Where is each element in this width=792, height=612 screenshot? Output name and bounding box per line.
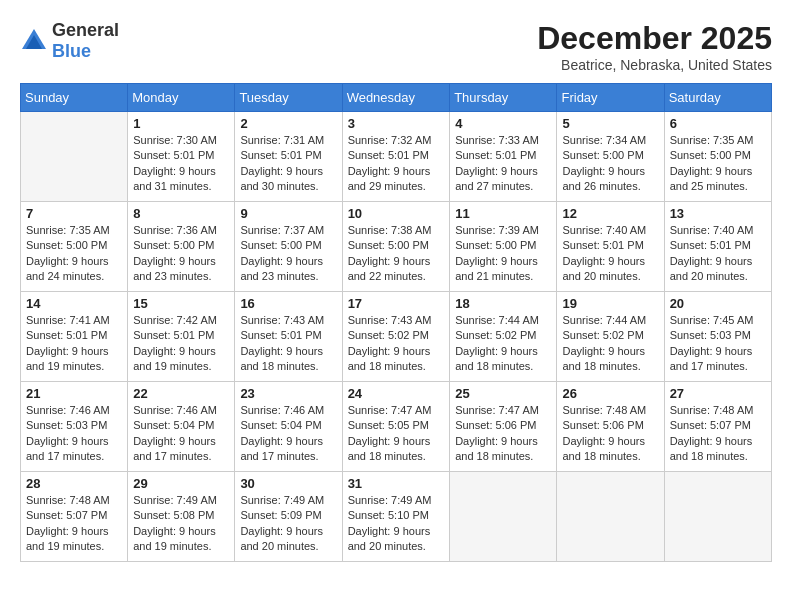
day-number: 6	[670, 116, 766, 131]
calendar-cell: 31Sunrise: 7:49 AMSunset: 5:10 PMDayligh…	[342, 472, 450, 562]
calendar-header-row: SundayMondayTuesdayWednesdayThursdayFrid…	[21, 84, 772, 112]
calendar-cell: 10Sunrise: 7:38 AMSunset: 5:00 PMDayligh…	[342, 202, 450, 292]
logo: General Blue	[20, 20, 119, 62]
day-number: 29	[133, 476, 229, 491]
calendar-cell: 26Sunrise: 7:48 AMSunset: 5:06 PMDayligh…	[557, 382, 664, 472]
day-info: Sunrise: 7:46 AMSunset: 5:04 PMDaylight:…	[240, 403, 336, 465]
page-header: General Blue December 2025 Beatrice, Neb…	[20, 20, 772, 73]
day-info: Sunrise: 7:44 AMSunset: 5:02 PMDaylight:…	[455, 313, 551, 375]
day-info: Sunrise: 7:38 AMSunset: 5:00 PMDaylight:…	[348, 223, 445, 285]
day-info: Sunrise: 7:44 AMSunset: 5:02 PMDaylight:…	[562, 313, 658, 375]
calendar-cell: 25Sunrise: 7:47 AMSunset: 5:06 PMDayligh…	[450, 382, 557, 472]
day-info: Sunrise: 7:46 AMSunset: 5:03 PMDaylight:…	[26, 403, 122, 465]
day-info: Sunrise: 7:32 AMSunset: 5:01 PMDaylight:…	[348, 133, 445, 195]
calendar-cell: 29Sunrise: 7:49 AMSunset: 5:08 PMDayligh…	[128, 472, 235, 562]
calendar-cell: 4Sunrise: 7:33 AMSunset: 5:01 PMDaylight…	[450, 112, 557, 202]
calendar-cell: 28Sunrise: 7:48 AMSunset: 5:07 PMDayligh…	[21, 472, 128, 562]
week-row-4: 21Sunrise: 7:46 AMSunset: 5:03 PMDayligh…	[21, 382, 772, 472]
week-row-2: 7Sunrise: 7:35 AMSunset: 5:00 PMDaylight…	[21, 202, 772, 292]
day-number: 30	[240, 476, 336, 491]
day-number: 28	[26, 476, 122, 491]
day-number: 8	[133, 206, 229, 221]
day-info: Sunrise: 7:46 AMSunset: 5:04 PMDaylight:…	[133, 403, 229, 465]
day-info: Sunrise: 7:45 AMSunset: 5:03 PMDaylight:…	[670, 313, 766, 375]
day-info: Sunrise: 7:34 AMSunset: 5:00 PMDaylight:…	[562, 133, 658, 195]
logo-text-general: General	[52, 20, 119, 40]
day-info: Sunrise: 7:49 AMSunset: 5:08 PMDaylight:…	[133, 493, 229, 555]
day-info: Sunrise: 7:48 AMSunset: 5:07 PMDaylight:…	[670, 403, 766, 465]
day-info: Sunrise: 7:33 AMSunset: 5:01 PMDaylight:…	[455, 133, 551, 195]
day-number: 17	[348, 296, 445, 311]
calendar-cell	[664, 472, 771, 562]
day-number: 27	[670, 386, 766, 401]
calendar-cell: 1Sunrise: 7:30 AMSunset: 5:01 PMDaylight…	[128, 112, 235, 202]
day-number: 15	[133, 296, 229, 311]
calendar-header-saturday: Saturday	[664, 84, 771, 112]
location: Beatrice, Nebraska, United States	[537, 57, 772, 73]
day-info: Sunrise: 7:47 AMSunset: 5:06 PMDaylight:…	[455, 403, 551, 465]
day-number: 21	[26, 386, 122, 401]
calendar-cell: 6Sunrise: 7:35 AMSunset: 5:00 PMDaylight…	[664, 112, 771, 202]
calendar-cell: 18Sunrise: 7:44 AMSunset: 5:02 PMDayligh…	[450, 292, 557, 382]
day-info: Sunrise: 7:48 AMSunset: 5:06 PMDaylight:…	[562, 403, 658, 465]
calendar-cell	[450, 472, 557, 562]
day-info: Sunrise: 7:41 AMSunset: 5:01 PMDaylight:…	[26, 313, 122, 375]
day-number: 7	[26, 206, 122, 221]
day-info: Sunrise: 7:48 AMSunset: 5:07 PMDaylight:…	[26, 493, 122, 555]
calendar-header-sunday: Sunday	[21, 84, 128, 112]
day-info: Sunrise: 7:31 AMSunset: 5:01 PMDaylight:…	[240, 133, 336, 195]
calendar-cell: 9Sunrise: 7:37 AMSunset: 5:00 PMDaylight…	[235, 202, 342, 292]
day-number: 9	[240, 206, 336, 221]
calendar-cell: 14Sunrise: 7:41 AMSunset: 5:01 PMDayligh…	[21, 292, 128, 382]
month-title: December 2025	[537, 20, 772, 57]
title-block: December 2025 Beatrice, Nebraska, United…	[537, 20, 772, 73]
calendar-cell: 16Sunrise: 7:43 AMSunset: 5:01 PMDayligh…	[235, 292, 342, 382]
calendar-header-wednesday: Wednesday	[342, 84, 450, 112]
calendar-cell: 5Sunrise: 7:34 AMSunset: 5:00 PMDaylight…	[557, 112, 664, 202]
day-info: Sunrise: 7:35 AMSunset: 5:00 PMDaylight:…	[670, 133, 766, 195]
day-number: 12	[562, 206, 658, 221]
day-info: Sunrise: 7:47 AMSunset: 5:05 PMDaylight:…	[348, 403, 445, 465]
day-number: 5	[562, 116, 658, 131]
day-number: 4	[455, 116, 551, 131]
week-row-3: 14Sunrise: 7:41 AMSunset: 5:01 PMDayligh…	[21, 292, 772, 382]
day-number: 26	[562, 386, 658, 401]
week-row-5: 28Sunrise: 7:48 AMSunset: 5:07 PMDayligh…	[21, 472, 772, 562]
day-info: Sunrise: 7:43 AMSunset: 5:02 PMDaylight:…	[348, 313, 445, 375]
calendar-cell: 30Sunrise: 7:49 AMSunset: 5:09 PMDayligh…	[235, 472, 342, 562]
day-number: 23	[240, 386, 336, 401]
day-info: Sunrise: 7:49 AMSunset: 5:09 PMDaylight:…	[240, 493, 336, 555]
day-info: Sunrise: 7:40 AMSunset: 5:01 PMDaylight:…	[670, 223, 766, 285]
calendar-cell: 12Sunrise: 7:40 AMSunset: 5:01 PMDayligh…	[557, 202, 664, 292]
calendar-cell: 2Sunrise: 7:31 AMSunset: 5:01 PMDaylight…	[235, 112, 342, 202]
calendar-cell	[21, 112, 128, 202]
calendar-cell: 3Sunrise: 7:32 AMSunset: 5:01 PMDaylight…	[342, 112, 450, 202]
day-number: 1	[133, 116, 229, 131]
day-number: 16	[240, 296, 336, 311]
week-row-1: 1Sunrise: 7:30 AMSunset: 5:01 PMDaylight…	[21, 112, 772, 202]
day-number: 13	[670, 206, 766, 221]
day-info: Sunrise: 7:40 AMSunset: 5:01 PMDaylight:…	[562, 223, 658, 285]
calendar-cell: 19Sunrise: 7:44 AMSunset: 5:02 PMDayligh…	[557, 292, 664, 382]
calendar-cell: 24Sunrise: 7:47 AMSunset: 5:05 PMDayligh…	[342, 382, 450, 472]
calendar-cell: 20Sunrise: 7:45 AMSunset: 5:03 PMDayligh…	[664, 292, 771, 382]
calendar-cell: 15Sunrise: 7:42 AMSunset: 5:01 PMDayligh…	[128, 292, 235, 382]
day-number: 31	[348, 476, 445, 491]
calendar-table: SundayMondayTuesdayWednesdayThursdayFrid…	[20, 83, 772, 562]
calendar-header-thursday: Thursday	[450, 84, 557, 112]
day-number: 20	[670, 296, 766, 311]
calendar-cell: 13Sunrise: 7:40 AMSunset: 5:01 PMDayligh…	[664, 202, 771, 292]
logo-text-blue: Blue	[52, 41, 91, 61]
calendar-cell: 11Sunrise: 7:39 AMSunset: 5:00 PMDayligh…	[450, 202, 557, 292]
calendar-header-friday: Friday	[557, 84, 664, 112]
calendar-cell: 22Sunrise: 7:46 AMSunset: 5:04 PMDayligh…	[128, 382, 235, 472]
calendar-header-tuesday: Tuesday	[235, 84, 342, 112]
calendar-cell: 8Sunrise: 7:36 AMSunset: 5:00 PMDaylight…	[128, 202, 235, 292]
calendar-cell: 27Sunrise: 7:48 AMSunset: 5:07 PMDayligh…	[664, 382, 771, 472]
day-number: 3	[348, 116, 445, 131]
day-info: Sunrise: 7:39 AMSunset: 5:00 PMDaylight:…	[455, 223, 551, 285]
day-info: Sunrise: 7:36 AMSunset: 5:00 PMDaylight:…	[133, 223, 229, 285]
day-number: 24	[348, 386, 445, 401]
day-info: Sunrise: 7:37 AMSunset: 5:00 PMDaylight:…	[240, 223, 336, 285]
day-number: 19	[562, 296, 658, 311]
